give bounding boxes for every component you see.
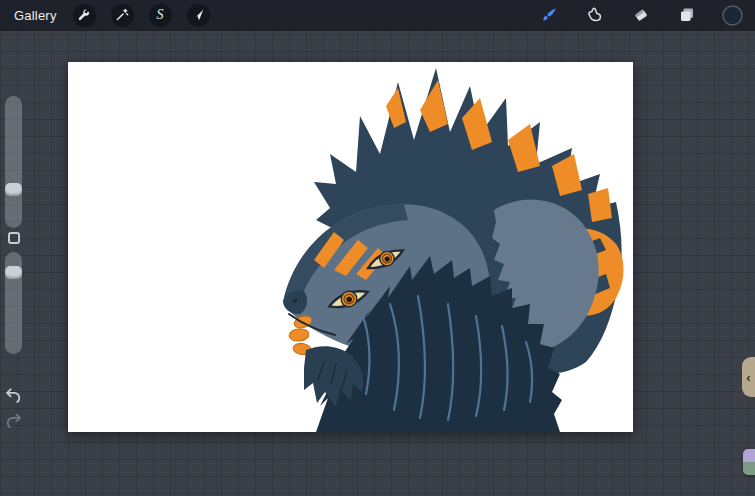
opacity-slider-handle[interactable] — [5, 266, 22, 279]
magic-wand-icon — [115, 8, 129, 22]
chevron-left-icon: ‹ — [746, 370, 750, 385]
mini-palette-swatch-top — [743, 449, 755, 462]
paint-tool-button[interactable] — [538, 5, 559, 26]
color-button[interactable] — [722, 5, 743, 26]
adjustments-button[interactable] — [111, 4, 134, 27]
chin-mark — [288, 328, 309, 342]
actions-button[interactable] — [73, 4, 96, 27]
creature-artwork — [68, 62, 633, 432]
smudge-tool-button[interactable] — [584, 5, 605, 26]
redo-arrow-icon — [4, 411, 23, 430]
transform-arrow-icon — [191, 8, 205, 22]
mini-palette-swatch-bottom — [743, 462, 755, 475]
undo-button[interactable] — [4, 386, 23, 408]
eraser-icon — [632, 6, 650, 24]
smudge-finger-icon — [586, 6, 604, 24]
transform-button[interactable] — [187, 4, 210, 27]
layers-button[interactable] — [676, 5, 697, 26]
wrench-icon — [77, 8, 91, 22]
erase-tool-button[interactable] — [630, 5, 651, 26]
brush-size-slider[interactable] — [5, 96, 22, 228]
layers-icon — [678, 6, 696, 24]
sidebar-pull-tab[interactable]: ‹ — [742, 357, 755, 397]
selection-button[interactable]: S — [149, 4, 172, 27]
modify-button[interactable] — [8, 232, 20, 244]
top-toolbar: Gallery S — [0, 0, 755, 30]
crest-stripe — [588, 188, 612, 222]
selection-s-icon: S — [157, 8, 164, 22]
drawing-canvas[interactable] — [68, 62, 633, 432]
color-circle-icon — [722, 5, 743, 26]
brush-size-slider-handle[interactable] — [5, 183, 22, 196]
paintbrush-icon — [539, 6, 558, 25]
undo-arrow-icon — [4, 386, 23, 405]
procreate-screen: Gallery S — [0, 0, 755, 496]
mini-palette-tab[interactable] — [743, 449, 755, 475]
paint-tools-group — [538, 5, 745, 26]
redo-button[interactable] — [4, 411, 23, 433]
gallery-button[interactable]: Gallery — [14, 8, 57, 23]
